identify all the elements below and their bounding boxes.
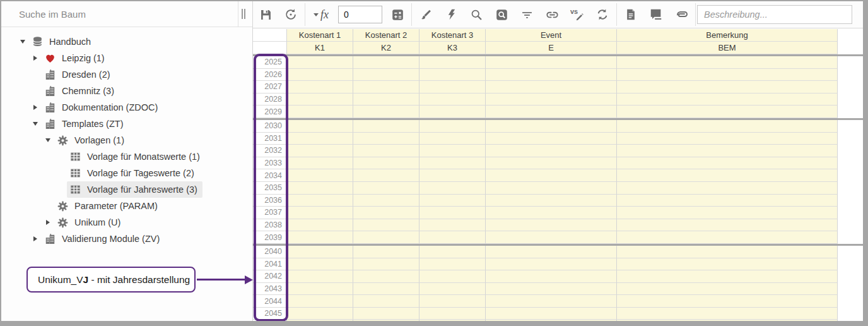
filter-button[interactable] [514,3,539,26]
comment-button[interactable] [643,3,669,26]
grid-cell[interactable] [486,270,617,283]
grid-cell[interactable] [287,120,353,133]
grid-cell[interactable] [419,157,486,170]
grid-cell[interactable] [617,106,838,118]
grid-cell[interactable] [419,308,486,320]
chevron-down-icon[interactable] [42,134,54,147]
lightning-button[interactable] [438,3,464,26]
grid-cell[interactable] [287,195,353,207]
row-header-year[interactable]: 2042 [253,270,287,283]
formula-dropdown-button[interactable]: fx [307,3,336,26]
sidebar-item[interactable]: Templates (ZT) [1,116,252,132]
grid-cell[interactable] [287,182,353,195]
save-button[interactable] [253,3,278,26]
grid-cell[interactable] [287,94,353,106]
brush-button[interactable] [413,3,438,26]
grid-cell[interactable] [617,195,838,207]
grid-cell[interactable] [617,207,838,219]
grid-cell[interactable] [486,182,617,195]
grid-cell[interactable] [486,56,617,69]
row-header-year[interactable]: 2033 [253,157,287,170]
grid-cell[interactable] [287,157,353,170]
grid-cell[interactable] [486,169,617,182]
grid-cell[interactable] [617,182,838,195]
grid-cell[interactable] [486,308,617,320]
panel-resize-handle[interactable] [240,9,248,19]
row-header-year[interactable]: 2034 [253,169,287,182]
grid-cell[interactable] [486,81,617,94]
column-header-K1[interactable]: K1 [287,42,353,54]
grid-cell[interactable] [419,207,486,219]
row-header-year[interactable]: 2026 [253,69,287,82]
chevron-down-icon[interactable] [29,118,42,130]
column-header-BEM[interactable]: BEM [617,42,838,54]
grid-cell[interactable] [353,145,419,157]
grid-cell[interactable] [353,56,419,69]
chevron-right-icon[interactable] [29,232,42,245]
grid-cell[interactable] [353,308,419,320]
sidebar-item[interactable]: Leipzig (1) [1,50,252,66]
grid-cell[interactable] [353,283,419,296]
grid-cell[interactable] [287,246,353,258]
row-header-year[interactable]: 2045 [253,308,287,320]
versions-edit-button[interactable]: vs [565,3,590,26]
column-header-K2[interactable]: Kostenart 2 [353,29,419,42]
sidebar-item[interactable]: Validierung Module (ZV) [1,231,252,247]
grid-cell[interactable] [353,231,419,244]
sidebar-item[interactable]: Chemnitz (3) [1,83,252,99]
sidebar-item[interactable]: Unikum (U) [1,214,252,231]
description-input[interactable] [697,5,852,24]
grid-cell[interactable] [419,258,486,271]
grid-cell[interactable] [617,246,838,258]
grid-cell[interactable] [486,133,617,145]
column-header-K1[interactable]: Kostenart 1 [287,29,353,42]
document-button[interactable] [618,3,643,26]
grid-cell[interactable] [617,270,838,283]
grid-cell[interactable] [486,219,617,232]
grid-cell[interactable] [486,157,617,170]
sidebar-item[interactable]: Vorlage für Tageswerte (2) [1,165,252,181]
column-header-K3[interactable]: Kostenart 3 [419,29,486,42]
grid-cell[interactable] [617,231,838,244]
tree-search-input[interactable] [18,5,222,23]
grid-cell[interactable] [353,195,419,207]
grid-cell[interactable] [353,270,419,283]
row-header-year[interactable]: 2030 [253,120,287,133]
row-header-year[interactable]: 2027 [253,81,287,94]
grid-cell[interactable] [287,56,353,69]
column-header-K2[interactable]: K2 [353,42,419,54]
grid-cell[interactable] [617,169,838,182]
column-header-E[interactable]: E [486,42,617,54]
grid-cell[interactable] [353,81,419,94]
grid-cell[interactable] [617,295,838,308]
grid-cell[interactable] [419,133,486,145]
column-header-BEM[interactable]: Bemerkung [617,29,838,42]
row-header-year[interactable]: 2039 [253,231,287,244]
row-header-year[interactable]: 2043 [253,283,287,296]
number-input[interactable] [338,6,382,23]
grid-cell[interactable] [419,231,486,244]
grid-cell[interactable] [486,231,617,244]
history-button[interactable] [278,3,303,26]
search-button[interactable] [464,3,489,26]
sync-button[interactable] [590,3,615,26]
grid-cell[interactable] [486,258,617,271]
grid-cell[interactable] [287,295,353,308]
grid-cell[interactable] [287,133,353,145]
sidebar-item[interactable]: Vorlagen (1) [1,132,252,148]
grid-cell[interactable] [419,169,486,182]
calculator-button[interactable] [385,3,410,26]
grid-cell[interactable] [353,94,419,106]
grid-cell[interactable] [287,145,353,157]
grid-cell[interactable] [486,94,617,106]
grid-cell[interactable] [353,207,419,219]
grid-cell[interactable] [419,56,486,69]
column-header-K3[interactable]: K3 [419,42,486,54]
grid-cell[interactable] [419,270,486,283]
grid-cell[interactable] [419,195,486,207]
grid-cell[interactable] [617,283,838,296]
grid-cell[interactable] [353,157,419,170]
row-header-year[interactable]: 2044 [253,295,287,308]
grid-cell[interactable] [287,258,353,271]
grid-cell[interactable] [419,106,486,118]
